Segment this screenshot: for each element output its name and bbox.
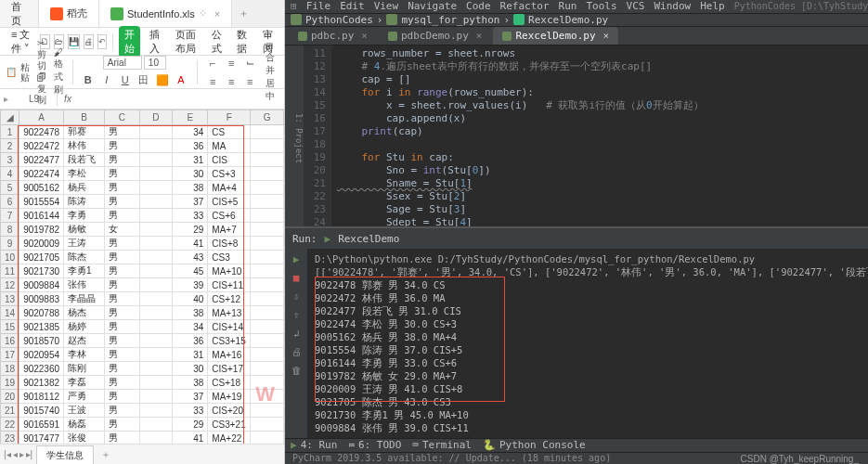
italic-button[interactable]: I — [98, 71, 115, 88]
cell[interactable] — [251, 376, 284, 390]
cell[interactable]: 女 — [104, 223, 139, 237]
menu-navigate[interactable]: Navigate — [408, 0, 457, 12]
cell[interactable]: 男 — [104, 334, 139, 348]
cell[interactable]: 杨杰 — [64, 306, 105, 320]
cell[interactable]: 9022477 — [19, 153, 64, 167]
cell[interactable] — [251, 278, 284, 292]
cell[interactable] — [251, 334, 284, 348]
editor-tab-pdbcdemo[interactable]: pdbcDemo.py× — [379, 27, 491, 45]
cell[interactable]: 29 — [173, 223, 208, 237]
cell[interactable]: 李勇 — [64, 209, 105, 223]
spreadsheet-grid[interactable]: ◢ABCDEFG19022478郭赛男34CS29022472林伟男36MA39… — [0, 110, 284, 444]
cell[interactable]: 男 — [104, 139, 139, 153]
cell[interactable]: 33 — [173, 404, 208, 418]
cell[interactable]: 赵杰 — [64, 334, 105, 348]
cell[interactable]: 37 — [173, 195, 208, 209]
cell[interactable]: 9022360 — [19, 362, 64, 376]
cell[interactable]: 9019782 — [19, 223, 64, 237]
menu-vcs[interactable]: VCS — [627, 0, 645, 12]
cell[interactable]: 男 — [104, 167, 139, 181]
terminal-tool[interactable]: ⌨ Terminal — [412, 439, 472, 451]
cell[interactable]: 张俊 — [64, 432, 105, 445]
cell[interactable]: 9020788 — [19, 306, 64, 320]
cell[interactable] — [251, 320, 284, 334]
align-left[interactable]: ≡ — [204, 73, 221, 90]
cell[interactable]: 李晶晶 — [64, 292, 105, 306]
cell[interactable]: 9016144 — [19, 209, 64, 223]
cell[interactable]: CIS+11 — [208, 278, 251, 292]
cell[interactable]: 郭赛 — [64, 125, 105, 139]
cell[interactable]: 45 — [173, 264, 208, 278]
cell[interactable] — [251, 223, 284, 237]
cell[interactable]: CS+18 — [208, 376, 251, 390]
cell[interactable]: 男 — [104, 209, 139, 223]
cell[interactable]: 9021730 — [19, 264, 64, 278]
cell[interactable]: 陈涛 — [64, 195, 105, 209]
close-icon[interactable]: × — [361, 30, 368, 42]
cell[interactable] — [139, 306, 173, 320]
table-row[interactable]: 119021730李勇1男45MA+10 — [1, 264, 284, 278]
cell[interactable]: MA+13 — [208, 306, 251, 320]
table-row[interactable]: 149020788杨杰男38MA+13 — [1, 306, 284, 320]
stop-button[interactable]: ■ — [290, 271, 303, 284]
table-row[interactable]: 129009884张伟男39CIS+11 — [1, 278, 284, 292]
cell[interactable]: 王波 — [64, 404, 105, 418]
menu-refactor[interactable]: Refactor — [500, 0, 550, 12]
cell[interactable]: 9021382 — [19, 376, 64, 390]
border-button[interactable]: 田 — [136, 71, 152, 88]
table-row[interactable]: 19022478郭赛男34CS — [1, 125, 284, 139]
sheet-nav-next[interactable]: ▸ — [19, 449, 24, 459]
cell[interactable] — [251, 125, 284, 139]
row-header[interactable]: 10 — [1, 251, 19, 264]
cell[interactable]: 男 — [104, 264, 139, 278]
fill-color-button[interactable]: 🟧 — [154, 71, 171, 88]
row-header[interactable]: 16 — [1, 334, 19, 348]
menu-code[interactable]: Code — [466, 0, 491, 12]
menu-tools[interactable]: Tools — [586, 0, 616, 12]
align-mid[interactable]: ≡ — [223, 55, 240, 71]
col-header[interactable]: C — [104, 110, 139, 125]
rerun-button[interactable]: ▶ — [290, 252, 303, 265]
cell[interactable] — [251, 139, 284, 153]
row-header[interactable]: 23 — [1, 432, 19, 445]
table-row[interactable]: 39022477段若飞男31CIS — [1, 153, 284, 167]
cell[interactable] — [251, 181, 284, 195]
menu-layout[interactable]: 页面布局 — [170, 26, 202, 58]
align-center[interactable]: ≡ — [223, 73, 240, 90]
cell[interactable]: CIS+17 — [208, 362, 251, 376]
sheet-nav-last[interactable]: ▸| — [26, 449, 33, 459]
cell[interactable] — [139, 125, 173, 139]
code-body[interactable]: rows_number = sheet.nrows # 4.遍历sheet表中所… — [331, 45, 868, 226]
table-row[interactable]: 49022474李松男30CS+3 — [1, 167, 284, 181]
cell[interactable]: 杨磊 — [64, 418, 105, 432]
bold-button[interactable]: B — [80, 71, 97, 88]
table-row[interactable]: 69015554陈涛男37CIS+5 — [1, 195, 284, 209]
cell[interactable]: CIS+14 — [208, 320, 251, 334]
cell[interactable] — [139, 251, 173, 264]
console-output[interactable]: D:\Python\python.exe D:/TyhStudy/PythonC… — [307, 249, 868, 438]
menu-run[interactable]: Run — [559, 0, 577, 12]
project-tool[interactable]: 1: Project — [294, 113, 304, 163]
col-header[interactable]: D — [139, 110, 173, 125]
cell[interactable]: 31 — [173, 153, 208, 167]
cell[interactable] — [139, 320, 173, 334]
cell[interactable]: 39 — [173, 278, 208, 292]
cell[interactable]: 严勇 — [64, 390, 105, 404]
row-header[interactable]: 4 — [1, 167, 19, 181]
cell[interactable]: CS+12 — [208, 292, 251, 306]
cell[interactable]: MA+19 — [208, 390, 251, 404]
cell[interactable]: 男 — [104, 153, 139, 167]
toolbtn-undo[interactable]: ↶ — [97, 34, 107, 49]
name-box[interactable]: L9 — [11, 92, 58, 106]
row-header[interactable]: 19 — [1, 376, 19, 390]
cell[interactable] — [251, 167, 284, 181]
cell[interactable]: CS+6 — [208, 209, 251, 223]
cell[interactable] — [251, 348, 284, 362]
cell[interactable]: 男 — [104, 292, 139, 306]
up-button[interactable]: ⇧ — [290, 308, 303, 321]
cell[interactable]: 9015554 — [19, 195, 64, 209]
row-header[interactable]: 13 — [1, 292, 19, 306]
cell[interactable]: 9009884 — [19, 278, 64, 292]
editor-tab-pdbc[interactable]: pdbc.py× — [289, 27, 377, 45]
cell[interactable]: 9022472 — [19, 139, 64, 153]
